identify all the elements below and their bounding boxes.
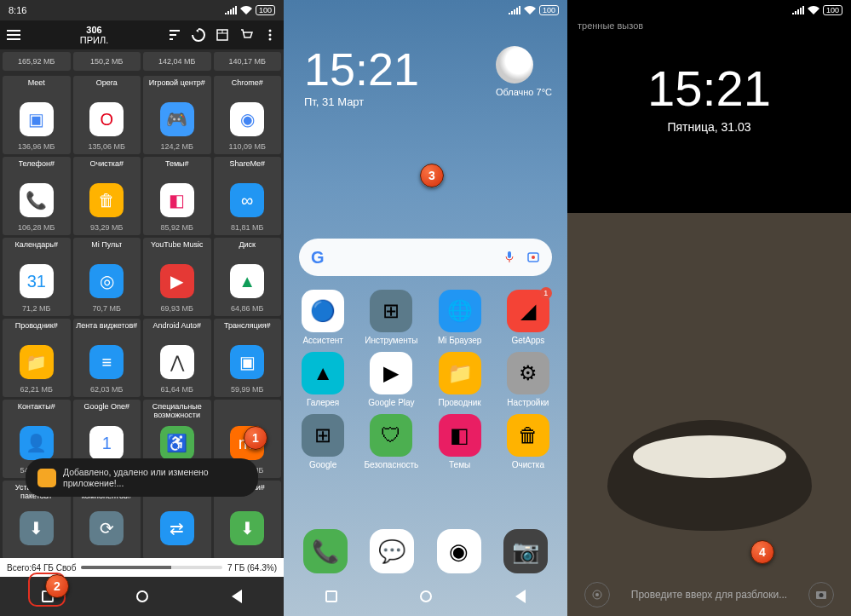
dock-app[interactable]: 💬 bbox=[370, 529, 414, 573]
home-app[interactable]: ◧ Темы bbox=[429, 414, 491, 469]
app-tile[interactable]: Android Auto# ⋀ 61,64 МБ bbox=[143, 319, 211, 397]
camera-icon[interactable] bbox=[808, 582, 834, 607]
svg-point-8 bbox=[595, 593, 599, 596]
cloud-icon bbox=[496, 46, 533, 83]
home-app[interactable]: ⊞ Инструменты bbox=[360, 290, 422, 345]
unlock-bar: Проведите вверх для разблоки... bbox=[567, 582, 851, 607]
nav-back-icon[interactable] bbox=[515, 590, 526, 603]
size-cell[interactable]: 165,92 МБ bbox=[3, 52, 71, 71]
clock-time: 15:21 bbox=[304, 46, 419, 92]
app-tile[interactable]: Opera O 135,06 МБ bbox=[73, 76, 141, 154]
status-bar: 100 bbox=[284, 0, 567, 20]
search-bar[interactable]: G bbox=[299, 239, 552, 276]
home-app[interactable]: 🗑 Очистка bbox=[497, 414, 559, 469]
size-cell[interactable]: 150,2 МБ bbox=[73, 52, 141, 71]
lens-icon[interactable] bbox=[526, 250, 540, 264]
home-app[interactable]: 🌐 Mi Браузер bbox=[429, 290, 491, 345]
app-tile[interactable]: Диск ▲ 64,86 МБ bbox=[214, 238, 282, 316]
wifi-icon bbox=[240, 6, 252, 14]
home-app[interactable]: ▶ Google Play bbox=[360, 352, 422, 407]
box-icon[interactable] bbox=[216, 28, 229, 42]
home-app[interactable]: 📁 Проводник bbox=[429, 352, 491, 407]
sort-icon[interactable] bbox=[168, 28, 181, 42]
more-icon[interactable] bbox=[263, 28, 277, 42]
voice-icon[interactable] bbox=[584, 582, 610, 607]
home-app[interactable]: ⊞ Google bbox=[292, 414, 354, 469]
app-tile[interactable]: Очистка# 🗑 93,29 МБ bbox=[73, 157, 141, 235]
app-tile[interactable]: Календарь# 31 71,2 МБ bbox=[3, 238, 71, 316]
clock-date: Пт, 31 Март bbox=[304, 95, 419, 108]
home-app[interactable]: 🔵 Ассистент bbox=[292, 290, 354, 345]
wifi-icon bbox=[524, 6, 536, 14]
panel-home-screen: 100 15:21 Пт, 31 Март Облачно 7°C G 🔵 Ас… bbox=[284, 0, 567, 616]
toolbar-actions bbox=[168, 28, 277, 42]
lock-clock: 15:21 Пятница, 31.03 bbox=[567, 60, 851, 134]
unlock-text: Проведите вверх для разблоки... bbox=[610, 589, 808, 601]
dock: 📞💬◉📷 bbox=[292, 529, 559, 573]
clock-widget[interactable]: 15:21 Пт, 31 Март bbox=[304, 46, 419, 108]
signal-icon bbox=[792, 6, 804, 14]
home-app[interactable]: ▲ Галерея bbox=[292, 352, 354, 407]
annotation-marker: 3 bbox=[420, 164, 444, 187]
home-app[interactable]: ⚙ Настройки bbox=[497, 352, 559, 407]
annotation-marker: 4 bbox=[750, 540, 774, 564]
mic-icon[interactable] bbox=[503, 250, 516, 264]
nav-back-icon[interactable] bbox=[232, 590, 242, 603]
app-tile[interactable]: Проводник# 📁 62,21 МБ bbox=[3, 319, 71, 397]
storage-label: Всего:64 ГБ Своб bbox=[7, 563, 76, 573]
svg-point-2 bbox=[269, 34, 272, 37]
storage-pct: 7 ГБ (64.3%) bbox=[227, 563, 277, 573]
nav-recent-icon[interactable] bbox=[325, 590, 337, 602]
dock-app[interactable]: ◉ bbox=[437, 529, 481, 573]
home-app[interactable]: ◢1 GetApps bbox=[497, 290, 559, 345]
dock-app[interactable]: 📞 bbox=[303, 529, 348, 573]
toolbar: 306 ПРИЛ. bbox=[0, 20, 284, 49]
weather-widget[interactable]: Облачно 7°C bbox=[496, 46, 552, 97]
battery-pct: 100 bbox=[256, 5, 275, 15]
app-tile[interactable]: Телефон# 📞 106,28 МБ bbox=[3, 157, 71, 235]
battery-icon: 100 bbox=[539, 5, 559, 15]
home-app-grid: 🔵 Ассистент ⊞ Инструменты 🌐 Mi Браузер ◢… bbox=[292, 290, 559, 469]
toast-text: Добавлено, удалено или изменено приложен… bbox=[63, 467, 246, 488]
svg-point-3 bbox=[269, 38, 272, 41]
weather-text: Облачно 7°C bbox=[496, 87, 552, 97]
wallpaper-surface bbox=[567, 213, 851, 616]
app-tile[interactable]: Chrome# ◉ 110,09 МБ bbox=[214, 76, 282, 154]
panel-lock-screen: 100 тренные вызов 15:21 Пятница, 31.03 П… bbox=[567, 0, 851, 616]
panel-app-manager: 8:16 100 306 ПРИЛ. 165,92 МБ150,2 МБ142,… bbox=[0, 0, 284, 616]
app-tile[interactable]: Темы# ◧ 85,92 МБ bbox=[143, 157, 211, 235]
app-tile[interactable]: Трансляция# ▣ 59,99 МБ bbox=[214, 319, 282, 397]
status-icons: 100 bbox=[225, 5, 275, 15]
app-tile[interactable]: Mi Пульт ◎ 70,7 МБ bbox=[73, 238, 141, 316]
nav-bar bbox=[284, 577, 567, 616]
annotation-marker: 1 bbox=[244, 426, 267, 450]
svg-point-6 bbox=[532, 256, 535, 259]
annotation-marker: 2 bbox=[45, 574, 69, 598]
nav-home-icon[interactable] bbox=[136, 590, 148, 602]
svg-rect-4 bbox=[508, 251, 511, 258]
toast-notification[interactable]: Добавлено, удалено или изменено приложен… bbox=[26, 458, 258, 497]
dock-app[interactable]: 📷 bbox=[503, 529, 548, 573]
nav-home-icon[interactable] bbox=[420, 590, 432, 602]
app-tile[interactable]: Игровой центр# 🎮 124,2 МБ bbox=[143, 76, 211, 154]
lock-date: Пятница, 31.03 bbox=[567, 120, 851, 134]
google-icon: G bbox=[311, 248, 325, 268]
size-cell[interactable]: 142,04 МБ bbox=[143, 52, 211, 71]
size-cell[interactable]: 140,17 МБ bbox=[214, 52, 282, 71]
app-tile[interactable]: ShareMe# ∞ 81,81 МБ bbox=[214, 157, 282, 235]
status-bar: 100 bbox=[567, 0, 851, 20]
refresh-icon[interactable] bbox=[192, 28, 205, 42]
signal-icon bbox=[225, 6, 237, 14]
svg-point-1 bbox=[269, 30, 272, 32]
app-tile[interactable]: Лента виджетов# ≡ 62,03 МБ bbox=[73, 319, 141, 397]
cart-icon[interactable] bbox=[239, 28, 253, 42]
app-size-header-row: 165,92 МБ150,2 МБ142,04 МБ140,17 МБ bbox=[0, 49, 284, 73]
lock-time: 15:21 bbox=[567, 60, 851, 117]
app-tile[interactable]: Meet ▣ 136,96 МБ bbox=[3, 76, 71, 154]
menu-icon[interactable] bbox=[7, 30, 20, 40]
svg-point-10 bbox=[819, 593, 824, 597]
status-time: 8:16 bbox=[9, 5, 26, 15]
battery-icon: 100 bbox=[823, 5, 842, 15]
app-tile[interactable]: YouTube Music ▶ 69,93 МБ bbox=[143, 238, 211, 316]
home-app[interactable]: 🛡 Безопасность bbox=[360, 414, 422, 469]
